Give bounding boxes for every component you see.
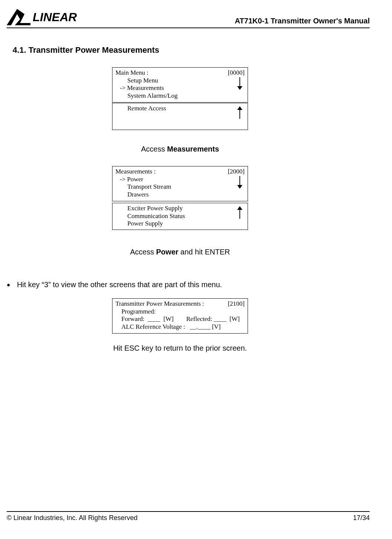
lcd-line: Power Supply: [115, 220, 245, 228]
page: LINEAR AT71K0-1 Transmitter Owner's Manu…: [0, 0, 392, 539]
lcd-line-selected: -> Measurements: [115, 84, 245, 92]
caption-post: and hit ENTER: [179, 248, 230, 256]
lcd-title: Transmitter Power Measurements :: [115, 300, 204, 308]
page-footer: © Linear Industries, Inc. All Rights Res…: [7, 511, 370, 522]
bullet-item: ● Hit key “3” to view the other screens …: [7, 280, 222, 289]
lcd-measurements: Measurements : [2000] -> Power Transport…: [112, 166, 248, 201]
linear-mark-icon: [7, 9, 30, 25]
lcd-code: [2000]: [228, 168, 245, 176]
document-title: AT71K0-1 Transmitter Owner's Manual: [235, 17, 370, 25]
svg-marker-2: [237, 86, 242, 90]
lcd-main-menu: Main Menu : [0000] Setup Menu -> Measure…: [112, 67, 248, 103]
caption-access-measurements: Access Measurements: [112, 145, 248, 153]
svg-marker-0: [7, 9, 30, 25]
caption-bold: Measurements: [167, 145, 219, 153]
lcd-measurements-cont: Exciter Power Supply Communication Statu…: [112, 203, 248, 230]
lcd-line: Programmed:: [115, 308, 245, 316]
lcd-title: Measurements :: [115, 168, 156, 176]
arrow-up-icon: [236, 206, 243, 219]
bullet-text: Hit key “3” to view the other screens th…: [17, 280, 222, 289]
lcd-line: Remote Access: [115, 105, 245, 113]
lcd-title: Main Menu :: [115, 69, 148, 77]
lcd-line: Forward: ____ [W] Reflected: ____ [W]: [115, 315, 245, 323]
copyright: © Linear Industries, Inc. All Rights Res…: [7, 514, 137, 522]
page-header: LINEAR AT71K0-1 Transmitter Owner's Manu…: [7, 9, 370, 28]
arrow-down-icon: [236, 77, 243, 90]
caption-pre: Access: [141, 145, 167, 153]
section-heading: 4.1. Transmitter Power Measurements: [13, 45, 159, 55]
lcd-line: System Alarms/Log: [115, 92, 245, 100]
caption-bold: Power: [156, 248, 179, 256]
brand-logo: LINEAR: [7, 9, 77, 25]
lcd-line: Exciter Power Supply: [115, 205, 245, 212]
lcd-line: ALC Reference Voltage : __.____ [V]: [115, 323, 245, 331]
page-number: 17/34: [353, 514, 370, 522]
caption-pre: Access: [130, 248, 156, 256]
lcd-main-menu-cont: Remote Access: [112, 103, 248, 130]
caption-access-power: Access Power and hit ENTER: [112, 248, 248, 256]
lcd-line: Setup Menu: [115, 77, 245, 85]
arrow-down-icon: [236, 176, 243, 189]
lcd-line: Communication Status: [115, 212, 245, 220]
bullet-icon: ●: [7, 280, 10, 288]
caption-esc: Hit ESC key to return to the prior scree…: [112, 344, 248, 353]
lcd-code: [2100]: [228, 300, 245, 308]
lcd-line-selected: -> Power: [115, 176, 245, 184]
lcd-line: Drawers: [115, 191, 245, 199]
svg-marker-6: [237, 185, 242, 189]
lcd-line: Transport Stream: [115, 183, 245, 191]
brand-name: LINEAR: [33, 10, 77, 24]
arrow-up-icon: [236, 106, 243, 119]
lcd-code: [0000]: [228, 69, 245, 77]
lcd-transmitter-power: Transmitter Power Measurements : [2100] …: [112, 298, 248, 334]
